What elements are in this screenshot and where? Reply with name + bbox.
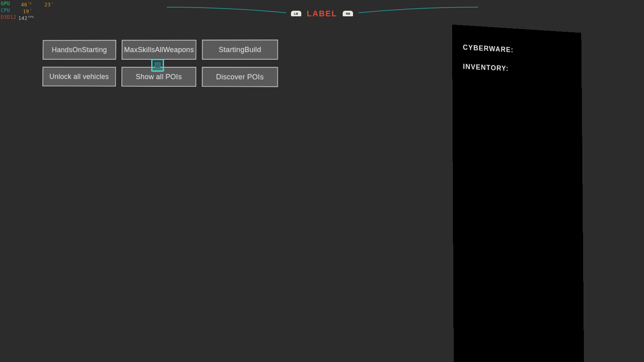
unlock-all-vehicles-button[interactable]: Unlock all vehicles (42, 67, 116, 87)
perf-api-label: D3D12 (1, 14, 18, 21)
tab-bar-line-left (167, 6, 285, 21)
chip-cursor-icon (151, 59, 164, 72)
tab-label: LABEL (307, 9, 338, 18)
perf-cpu-label: CPU (1, 8, 18, 14)
side-panel: CYBERWARE: INVENTORY: (452, 25, 584, 362)
debug-button-stage: HandsOnStarting MaxSkillsAllWeapons Star… (40, 40, 278, 87)
rb-bumper-icon[interactable]: RB (343, 11, 353, 16)
max-skills-all-weapons-button[interactable]: MaxSkillsAllWeapons (121, 40, 196, 60)
perf-gpu-value: 46°C (18, 1, 32, 8)
perf-cpu-value: 19° (18, 8, 32, 14)
hands-on-starting-button[interactable]: HandsOnStarting (43, 40, 116, 60)
perf-fps-value: 142FPS (18, 14, 32, 21)
tab-bar-line-right (359, 6, 477, 21)
side-panel-stage: CYBERWARE: INVENTORY: (453, 24, 596, 362)
cyberware-heading: CYBERWARE: (463, 43, 572, 57)
lb-bumper-icon[interactable]: LB (291, 11, 301, 16)
perf-gpu-label: GPU (1, 1, 18, 8)
tab-bar: LB LABEL RB (167, 7, 477, 20)
perf-overlay: GPU 46°C 23° CPU 19° D3D12 142FPS (1, 1, 53, 21)
discover-pois-button[interactable]: Discover POIs (202, 67, 278, 87)
starting-build-button[interactable]: StartingBuild (202, 39, 278, 60)
perf-gpu-temp: 23° (40, 1, 53, 8)
inventory-heading: INVENTORY: (463, 62, 572, 76)
